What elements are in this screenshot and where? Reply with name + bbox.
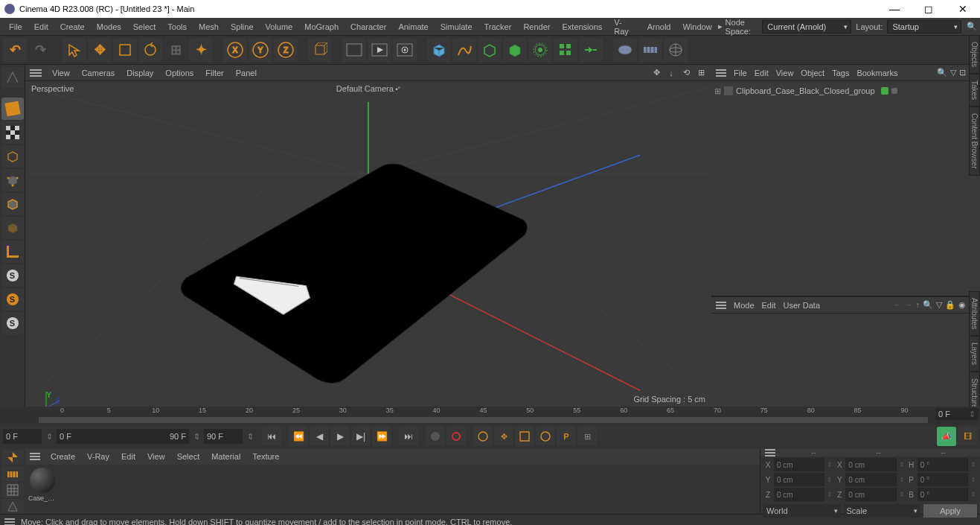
vtab-takes[interactable]: Takes [969,74,980,106]
menu-character[interactable]: Character [345,18,392,35]
coord-apply-button[interactable]: Apply [923,504,977,518]
snap-s2[interactable]: S [1,288,24,311]
menu-arnold[interactable]: Arnold [641,18,677,35]
step-fwd-button[interactable]: ▶| [351,427,371,446]
vtab-objects[interactable]: Objects [969,35,980,74]
model-mode[interactable] [1,98,24,120]
goto-start-button[interactable]: ⏮ [262,427,281,446]
vtab-attributes[interactable]: Attributes [969,291,980,336]
search-icon[interactable]: 🔍 [966,21,977,33]
hamburger-icon[interactable] [30,69,42,77]
attr-back-icon[interactable]: ← [894,300,902,310]
om-edit[interactable]: Edit [755,69,769,77]
attr-up-icon[interactable]: ↑ [916,300,920,310]
x-axis-lock[interactable]: X [223,38,247,62]
menu-tools[interactable]: Tools [161,18,193,35]
attr-filter-icon[interactable]: ▽ [936,300,942,310]
coord-world-dropdown[interactable]: World [763,504,841,518]
menu-spline[interactable]: Spline [225,18,260,35]
coord-system[interactable] [308,38,332,62]
key-pla[interactable]: ⊞ [577,427,597,446]
expand-icon[interactable]: ⊞ [714,86,721,96]
size-y-field[interactable]: 0 cm [845,473,896,486]
menu-vray[interactable]: V-Ray [608,18,641,35]
om-file[interactable]: File [734,69,747,77]
scale-tool[interactable] [113,38,137,62]
minimize-button[interactable]: ― [877,0,912,18]
maximize-button[interactable]: ◻ [912,0,946,18]
hamburger-icon[interactable] [716,302,726,309]
om-bookmarks[interactable]: Bookmarks [856,69,897,77]
frame-end-field[interactable]: 90 F [204,429,243,444]
node-space-dropdown[interactable]: Current (Arnold) [762,20,851,34]
autokey-button[interactable] [446,427,466,446]
menu-file[interactable]: File [3,18,28,35]
vp-menu-display[interactable]: Display [121,69,159,77]
goto-prev-key-button[interactable]: ⏪ [289,427,308,446]
mat-vray[interactable]: V-Ray [81,452,115,461]
menu-modes[interactable]: Modes [91,18,127,35]
viewport[interactable]: Perspective Default Camera •° Grid Spaci… [25,81,711,407]
vtab-layers[interactable]: Layers [969,336,980,372]
add-deformer[interactable] [503,38,527,62]
key-selection[interactable] [473,427,493,446]
add-volume[interactable] [579,38,603,62]
record-button[interactable] [426,427,445,446]
mat-material[interactable]: Material [205,452,246,461]
attr-lock-icon[interactable]: 🔒 [945,300,955,310]
tree-item[interactable]: ⊞ Clipboard_Case_Black_Closed_group [714,84,977,98]
pos-z-field[interactable]: 0 cm [774,488,824,501]
add-light[interactable] [638,38,662,62]
key-rotation[interactable] [536,427,555,446]
step-back-button[interactable]: ◀ [310,427,329,446]
point-mode[interactable] [1,169,24,191]
attr-edit[interactable]: Edit [762,301,776,310]
add-camera[interactable] [613,38,637,62]
vp-layout-icon[interactable]: ⊞ [695,67,707,79]
om-object[interactable]: Object [801,69,824,77]
menu-render[interactable]: Render [517,18,556,35]
vp-menu-view[interactable]: View [46,69,76,77]
menu-edit[interactable]: Edit [28,18,54,35]
vp-rotate-icon[interactable]: ⟲ [680,67,692,79]
layout-dropdown[interactable]: Startup [887,20,961,34]
vp-menu-cameras[interactable]: Cameras [76,69,121,77]
menu-simulate[interactable]: Simulate [435,18,478,35]
menu-mesh[interactable]: Mesh [193,18,225,35]
key-position[interactable]: ✥ [494,427,513,446]
material-swatch[interactable]: Case_Ma [28,468,57,502]
coord-scale-dropdown[interactable]: Scale [844,504,921,518]
add-generator[interactable] [478,38,502,62]
menu-mograph[interactable]: MoGraph [298,18,345,35]
key-scale[interactable] [515,427,534,446]
menu-extensions[interactable]: Extensions [556,18,608,35]
mat-view[interactable]: View [141,452,171,461]
lt2-tool4[interactable] [1,499,24,514]
undo-button[interactable]: ↶ [3,38,27,62]
select-tool[interactable] [63,38,86,62]
visibility-dot[interactable] [881,87,888,95]
timeline-film-icon[interactable]: 🎞 [958,427,977,446]
close-button[interactable]: ✕ [946,0,980,18]
hamburger-icon[interactable] [765,449,775,456]
snap-s1[interactable]: S [1,264,24,287]
attr-eye-icon[interactable]: ◉ [958,300,966,310]
add-cube[interactable] [427,38,451,62]
add-mograph[interactable] [554,38,577,62]
rot-p-field[interactable]: 0 ° [917,473,968,486]
mat-create[interactable]: Create [45,452,81,461]
attr-mode[interactable]: Mode [734,301,755,310]
om-filter-icon[interactable]: ▽ [950,68,956,77]
mat-select[interactable]: Select [171,452,206,461]
vp-menu-filter[interactable]: Filter [199,69,229,77]
vp-nav-icon[interactable]: ✥ [650,67,662,79]
size-z-field[interactable]: 0 cm [845,488,896,501]
polygon-mode[interactable] [1,217,24,239]
mat-edit[interactable]: Edit [115,452,141,461]
attr-userdata[interactable]: User Data [784,301,821,310]
vtab-content[interactable]: Content Browser [969,106,980,175]
texture-mode[interactable] [1,121,24,144]
place-tool[interactable]: ✦ [189,38,213,62]
frame-current-field[interactable]: 0 F [3,429,42,444]
render-settings[interactable] [393,38,417,62]
